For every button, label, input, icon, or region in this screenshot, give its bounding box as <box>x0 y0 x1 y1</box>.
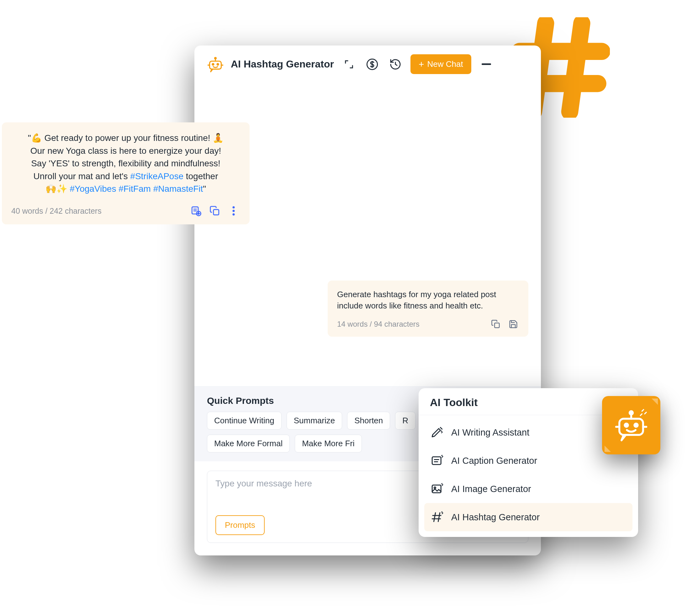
user-message-text: Generate hashtags for my yoga related po… <box>337 289 519 312</box>
prompts-button[interactable]: Prompts <box>215 515 265 535</box>
svg-line-41 <box>645 412 646 414</box>
ai-response-footer: 40 words / 242 characters <box>11 204 240 218</box>
svg-point-23 <box>232 214 235 216</box>
chip-shorten[interactable]: Shorten <box>347 412 390 429</box>
svg-line-1 <box>570 23 582 112</box>
credits-icon[interactable] <box>364 56 380 72</box>
svg-marker-43 <box>652 398 658 405</box>
add-to-post-icon[interactable] <box>190 204 203 218</box>
response-line2: Our new Yoga class is here to energize y… <box>30 146 221 156</box>
chip-summarize[interactable]: Summarize <box>287 412 342 429</box>
expand-icon[interactable] <box>341 56 357 72</box>
chip-continue-writing[interactable]: Continue Writing <box>207 412 282 429</box>
new-chat-button[interactable]: + New Chat <box>410 54 471 74</box>
response-line4-post: together <box>183 171 218 181</box>
caption-icon <box>430 453 444 468</box>
svg-point-38 <box>625 424 628 427</box>
chip-make-more-formal[interactable]: Make More Formal <box>207 435 290 452</box>
toolkit-item-caption-generator[interactable]: AI Caption Generator <box>424 447 632 475</box>
user-message-stats: 14 words / 94 characters <box>337 320 484 329</box>
toolkit-item-image-generator[interactable]: AI Image Generator <box>424 475 632 503</box>
chat-header: AI Hashtag Generator + New Chat <box>194 45 541 83</box>
page-title: AI Hashtag Generator <box>231 58 334 70</box>
history-icon[interactable] <box>387 56 404 72</box>
response-line5-emoji: 🙌✨ <box>45 184 70 194</box>
ai-response-stats: 40 words / 242 characters <box>11 205 184 217</box>
toolkit-item-label: AI Hashtag Generator <box>451 512 540 522</box>
svg-point-9 <box>212 64 214 65</box>
user-message-bubble: Generate hashtags for my yoga related po… <box>328 280 528 337</box>
svg-line-29 <box>434 513 435 522</box>
toolkit-item-label: AI Caption Generator <box>451 456 537 466</box>
new-chat-label: New Chat <box>428 59 463 69</box>
copy-response-icon[interactable] <box>208 204 221 218</box>
response-close-quote: " <box>203 184 206 194</box>
toolkit-item-label: AI Image Generator <box>451 484 531 494</box>
svg-rect-13 <box>494 323 499 328</box>
hashtag-yogavibes[interactable]: #YogaVibes <box>70 184 116 194</box>
hash-icon <box>430 510 444 524</box>
toolkit-item-hashtag-generator[interactable]: AI Hashtag Generator <box>424 503 632 531</box>
svg-point-22 <box>232 210 235 212</box>
response-line4-pre: Unroll your mat and let's <box>33 171 130 181</box>
hashtag-strikeapose[interactable]: #StrikeAPose <box>130 171 183 181</box>
ai-toolkit-launcher[interactable] <box>602 396 660 454</box>
svg-rect-20 <box>213 210 219 215</box>
svg-rect-27 <box>432 485 441 493</box>
svg-rect-24 <box>432 457 441 465</box>
svg-line-42 <box>640 414 642 415</box>
hashtag-fitfam[interactable]: #FitFam <box>118 184 151 194</box>
minimize-button[interactable] <box>478 56 494 72</box>
chip-r-truncated[interactable]: R <box>395 412 416 429</box>
plus-icon: + <box>419 61 424 67</box>
toolkit-item-writing-assistant[interactable]: AI Writing Assistant <box>424 418 632 447</box>
hashtag-namastefit[interactable]: #NamasteFit <box>153 184 203 194</box>
image-icon <box>430 482 444 496</box>
svg-line-30 <box>438 513 440 522</box>
svg-point-28 <box>434 487 435 489</box>
ai-response-text: "💪 Get ready to power up your fitness ro… <box>11 132 240 195</box>
svg-point-10 <box>217 64 219 65</box>
user-message-footer: 14 words / 94 characters <box>337 318 519 330</box>
ai-response-bubble: "💪 Get ready to power up your fitness ro… <box>2 122 250 224</box>
toolkit-item-label: AI Writing Assistant <box>451 427 529 438</box>
response-line1: "💪 Get ready to power up your fitness ro… <box>28 133 224 143</box>
response-line3: Say 'YES' to strength, flexibility and m… <box>31 159 221 168</box>
save-icon[interactable] <box>508 318 519 330</box>
copy-icon[interactable] <box>490 318 501 330</box>
svg-marker-44 <box>604 446 611 452</box>
bot-icon <box>207 56 224 73</box>
svg-line-40 <box>642 410 643 411</box>
chip-make-more-friendly-truncated[interactable]: Make More Fri <box>295 435 362 452</box>
more-options-icon[interactable] <box>227 204 240 218</box>
pen-icon <box>430 425 444 440</box>
svg-point-21 <box>232 206 235 208</box>
svg-point-39 <box>634 424 638 427</box>
